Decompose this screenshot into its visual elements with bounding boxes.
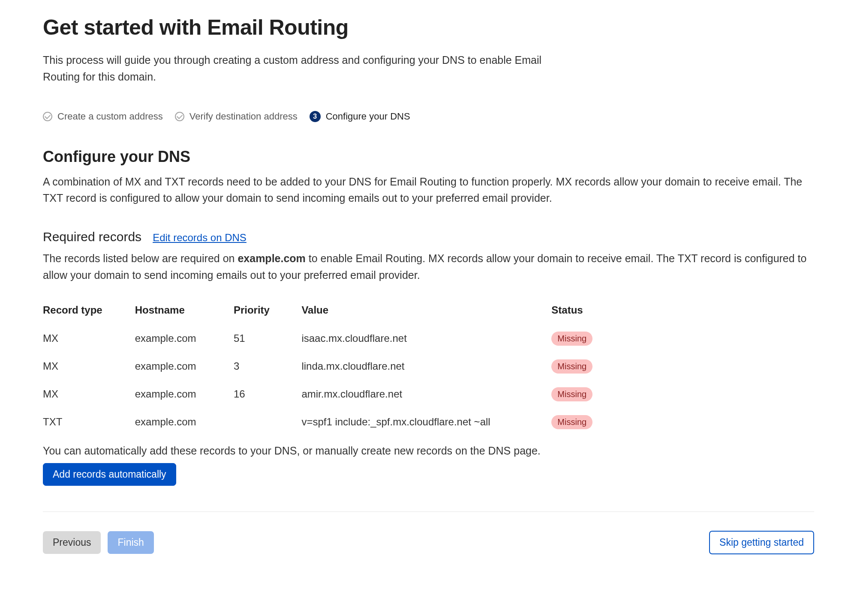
status-badge: Missing [551,415,592,429]
status-badge: Missing [551,387,592,401]
table-row: MXexample.com16amir.mx.cloudflare.netMis… [43,380,622,408]
add-records-button[interactable]: Add records automatically [43,463,176,486]
check-icon [175,112,184,121]
step-number-icon: 3 [310,111,321,122]
col-priority: Priority [234,300,302,325]
page-title: Get started with Email Routing [43,15,814,40]
cell-record-type: MX [43,353,135,380]
records-table: Record type Hostname Priority Value Stat… [43,300,622,436]
configure-title: Configure your DNS [43,148,814,166]
cell-priority: 16 [234,380,302,408]
cell-record-type: TXT [43,408,135,436]
cell-status: Missing [551,325,622,353]
cell-hostname: example.com [135,380,234,408]
cell-priority [234,408,302,436]
table-row: MXexample.com3linda.mx.cloudflare.netMis… [43,353,622,380]
cell-record-type: MX [43,325,135,353]
required-records-heading: Required records [43,230,141,244]
cell-hostname: example.com [135,325,234,353]
configure-desc: A combination of MX and TXT records need… [43,173,814,207]
cell-hostname: example.com [135,408,234,436]
edit-records-link[interactable]: Edit records on DNS [153,232,247,244]
finish-button[interactable]: Finish [108,531,153,554]
cell-value: isaac.mx.cloudflare.net [301,325,551,353]
cell-status: Missing [551,380,622,408]
step-create-address[interactable]: Create a custom address [43,111,163,122]
step-configure-dns[interactable]: 3 Configure your DNS [310,111,410,122]
col-hostname: Hostname [135,300,234,325]
required-records-desc: The records listed below are required on… [43,250,814,284]
page-intro: This process will guide you through crea… [43,52,557,85]
cell-record-type: MX [43,380,135,408]
cell-priority: 51 [234,325,302,353]
previous-button[interactable]: Previous [43,531,101,554]
col-value: Value [301,300,551,325]
status-badge: Missing [551,332,592,346]
auto-add-note: You can automatically add these records … [43,445,814,457]
col-status: Status [551,300,622,325]
check-icon [43,112,52,121]
cell-hostname: example.com [135,353,234,380]
cell-value: amir.mx.cloudflare.net [301,380,551,408]
col-record-type: Record type [43,300,135,325]
cell-value: v=spf1 include:_spf.mx.cloudflare.net ~a… [301,408,551,436]
step-label: Verify destination address [189,111,298,122]
status-badge: Missing [551,359,592,374]
table-row: MXexample.com51isaac.mx.cloudflare.netMi… [43,325,622,353]
table-row: TXTexample.comv=spf1 include:_spf.mx.clo… [43,408,622,436]
skip-button[interactable]: Skip getting started [709,531,814,554]
divider [43,511,814,512]
cell-value: linda.mx.cloudflare.net [301,353,551,380]
step-verify-destination[interactable]: Verify destination address [175,111,298,122]
wizard-steps: Create a custom address Verify destinati… [43,111,814,122]
cell-status: Missing [551,353,622,380]
step-label: Configure your DNS [326,111,410,122]
wizard-footer: Previous Finish Skip getting started [43,531,814,554]
step-label: Create a custom address [57,111,163,122]
cell-priority: 3 [234,353,302,380]
cell-status: Missing [551,408,622,436]
